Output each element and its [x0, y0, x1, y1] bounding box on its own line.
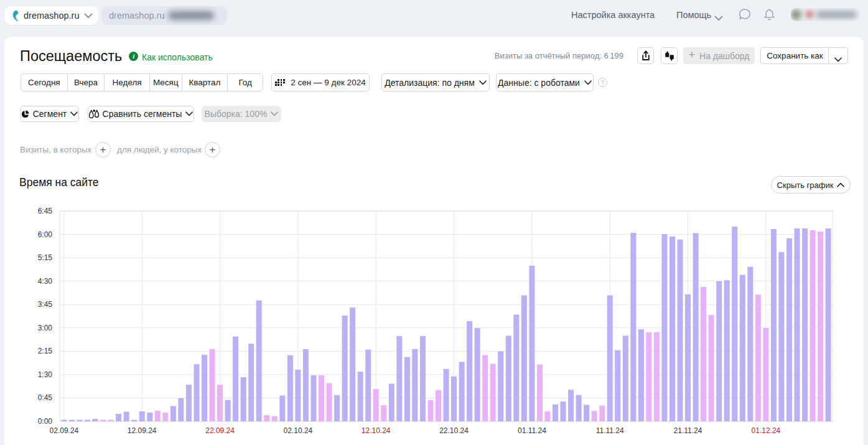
svg-text:6:45: 6:45 — [38, 207, 53, 215]
svg-text:12.10.24: 12.10.24 — [362, 426, 391, 435]
svg-text:2:15: 2:15 — [38, 347, 53, 355]
svg-text:22.10.24: 22.10.24 — [439, 426, 469, 435]
svg-text:6:00: 6:00 — [38, 230, 53, 239]
svg-text:11.11.24: 11.11.24 — [596, 426, 624, 435]
svg-text:01.11.24: 01.11.24 — [518, 426, 546, 435]
svg-text:01.12.24: 01.12.24 — [752, 426, 781, 435]
svg-text:1:30: 1:30 — [38, 370, 53, 379]
svg-text:02.10.24: 02.10.24 — [284, 426, 313, 435]
svg-text:3:00: 3:00 — [38, 324, 53, 332]
svg-text:5:15: 5:15 — [38, 253, 53, 262]
svg-text:12.09.24: 12.09.24 — [128, 426, 157, 435]
svg-text:0:00: 0:00 — [38, 417, 53, 426]
svg-text:0:45: 0:45 — [38, 393, 53, 402]
svg-text:02.09.24: 02.09.24 — [50, 426, 79, 435]
svg-text:22.09.24: 22.09.24 — [205, 426, 235, 435]
svg-text:4:30: 4:30 — [38, 277, 53, 286]
svg-text:21.11.24: 21.11.24 — [674, 426, 702, 435]
svg-text:3:45: 3:45 — [38, 300, 53, 309]
